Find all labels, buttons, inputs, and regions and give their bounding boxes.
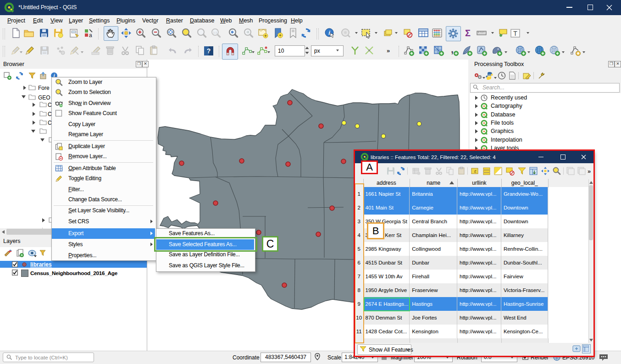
svg-text:1:1: 1:1 (213, 31, 217, 34)
svg-text:Σ: Σ (465, 28, 471, 38)
svg-text:T: T (513, 30, 517, 37)
svg-text:i: i (328, 29, 330, 36)
svg-text:,: , (451, 45, 454, 55)
svg-text:?: ? (207, 47, 211, 55)
svg-text:a: a (89, 32, 92, 39)
